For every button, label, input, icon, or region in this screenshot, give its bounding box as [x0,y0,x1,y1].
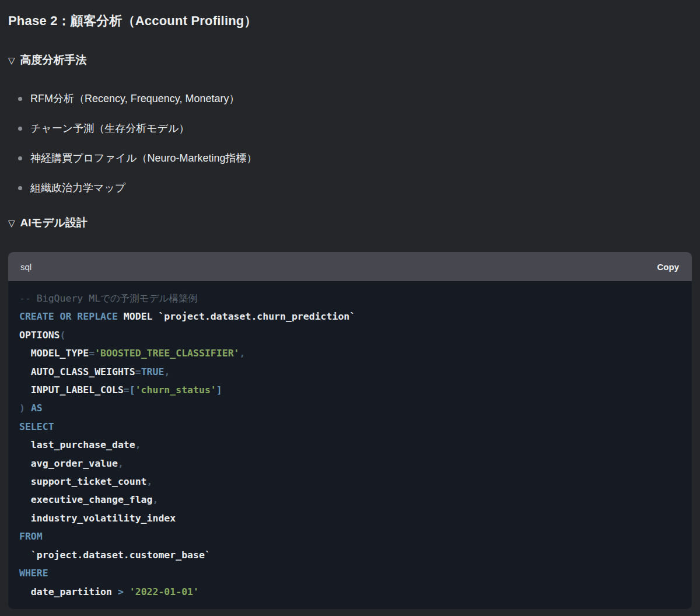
triangle-down-icon: ▽ [8,216,15,230]
list-item-label: チャーン予測（生存分析モデル） [30,123,190,134]
copy-button[interactable]: Copy [657,262,680,272]
bullet-icon [18,186,22,190]
code-line: avg_order_value, [19,454,680,473]
bullet-icon [18,97,22,101]
bullet-list: RFM分析（Recency, Frequency, Monetary）チャーン予… [8,91,692,195]
code-line: -- BigQuery MLでの予測モデル構築例 [19,289,680,307]
code-line: SELECT [19,418,680,436]
code-line: ) AS [19,399,680,417]
code-line: executive_change_flag, [19,491,680,509]
code-line: last_purchase_date, [19,436,680,454]
code-line: support_ticket_count, [19,473,680,491]
code-line: MODEL_TYPE='BOOSTED_TREE_CLASSIFIER', [19,344,680,362]
code-line: date_partition > '2022-01-01' [19,583,680,601]
code-block-header: sql Copy [8,252,692,281]
list-item: チャーン予測（生存分析モデル） [8,121,692,136]
page-title: Phase 2：顧客分析（Account Profiling） [8,0,692,29]
list-item: 組織政治力学マップ [8,180,692,195]
list-item-label: 組織政治力学マップ [30,182,125,194]
list-item-label: 神経購買プロファイル（Neuro-Marketing指標） [30,152,257,164]
section-heading-ai-model-design: ▽ AIモデル設計 [8,216,692,230]
message-content: Phase 2：顧客分析（Account Profiling） ▽ 高度分析手法… [0,0,700,609]
code-line: industry_volatility_index [19,509,680,527]
code-content: -- BigQuery MLでの予測モデル構築例CREATE OR REPLAC… [8,281,692,609]
code-block: sql Copy -- BigQuery MLでの予測モデル構築例CREATE … [8,252,692,609]
section-title: 高度分析手法 [20,53,87,67]
code-line: WHERE [19,564,680,582]
code-line: FROM [19,527,680,545]
section-title: AIモデル設計 [20,216,88,230]
bullet-icon [18,156,22,160]
bullet-icon [18,127,22,131]
code-line: INPUT_LABEL_COLS=['churn_status'] [19,381,680,399]
code-line: `project.dataset.customer_base` [19,546,680,564]
triangle-down-icon: ▽ [8,54,15,68]
list-item: RFM分析（Recency, Frequency, Monetary） [8,91,692,106]
list-item-label: RFM分析（Recency, Frequency, Monetary） [30,93,239,104]
code-line: CREATE OR REPLACE MODEL `project.dataset… [19,307,680,326]
code-language-label: sql [20,262,32,272]
section-heading-advanced-methods: ▽ 高度分析手法 [8,53,692,67]
code-line: AUTO_CLASS_WEIGHTS=TRUE, [19,363,680,381]
list-item: 神経購買プロファイル（Neuro-Marketing指標） [8,150,692,166]
code-line: OPTIONS( [19,326,680,344]
